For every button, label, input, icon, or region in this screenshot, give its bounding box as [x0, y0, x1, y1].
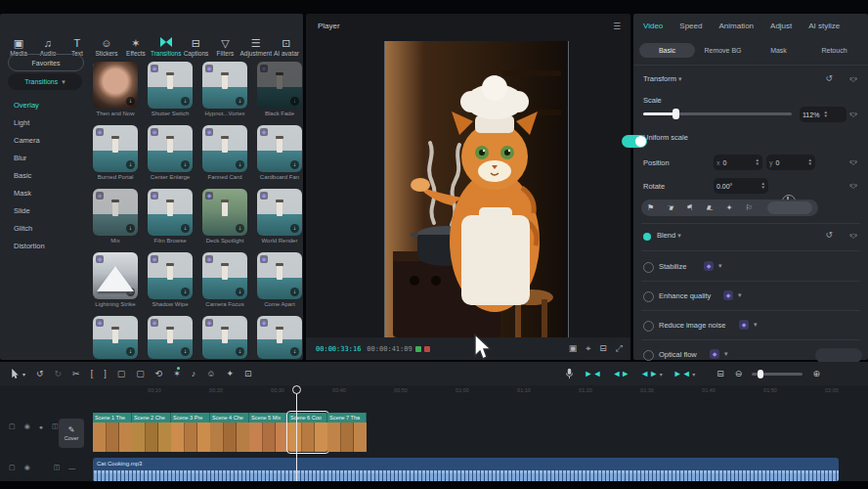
keyframe-icon[interactable]: ‹◇› [849, 182, 856, 190]
transition-item[interactable]: ◆↓Deck Spotlight [202, 189, 247, 244]
reduce-noise-checkbox[interactable] [643, 321, 654, 332]
magic-tool-icon[interactable]: ✶ [173, 369, 181, 378]
mute-audio-icon[interactable]: ♪ [192, 369, 196, 378]
category-mask[interactable]: Mask [14, 186, 82, 200]
chevron-down-icon[interactable]: ▾ [738, 291, 742, 299]
timeline-clip-selected[interactable]: Scene 6 Coo [288, 413, 327, 452]
ratio-icon[interactable]: ▣ [569, 343, 578, 354]
position-x-field[interactable]: x 0 ▲▼ [714, 155, 762, 170]
transitions-group-select[interactable]: Transitions▾ [8, 73, 82, 90]
zoom-in-icon[interactable]: ⊕ [812, 369, 820, 378]
timeline-clip[interactable]: Scene 7 Tha [327, 413, 367, 452]
subtab-mask[interactable]: Mask [751, 43, 806, 58]
category-light[interactable]: Light [14, 115, 82, 129]
keyframe-icon[interactable]: ‹◇› [849, 111, 856, 118]
transition-item[interactable]: ◆↓Shutter Switch [148, 62, 193, 116]
zoom-out-icon[interactable]: ⊖ [735, 369, 743, 378]
playhead-handle[interactable] [292, 385, 301, 394]
transition-item[interactable]: ◆↓Film Browse [148, 189, 193, 244]
trim-left-icon[interactable]: [ [91, 369, 94, 378]
transition-item[interactable]: ◆↓Fanned Card [202, 125, 247, 180]
transition-item[interactable]: ↓Then and Now [93, 62, 138, 116]
tab-animation[interactable]: Animation [718, 22, 754, 30]
select-tool-caret-icon[interactable]: ▾ [22, 371, 25, 378]
dim-action-button[interactable] [815, 348, 862, 363]
toolbar-ai-avatar[interactable]: ⊡AI avatar [272, 37, 301, 57]
rotate-value-field[interactable]: 0.00° ▲▼ [714, 178, 768, 194]
subtab-remove-bg[interactable]: Remove BG [695, 43, 751, 58]
audio-clip[interactable]: Cat Cooking.mp3 [93, 458, 839, 481]
cover-button[interactable]: ✎ Cover [59, 419, 84, 448]
track-collapse-icon[interactable]: — [68, 465, 75, 471]
lock-track-icon[interactable]: ◫ [52, 422, 59, 430]
chevron-down-icon[interactable]: ▾ [718, 262, 722, 270]
mirror-icon[interactable]: ⟲ [155, 369, 163, 378]
lock-track-icon[interactable]: ◫ [54, 464, 61, 471]
keyframe-icon[interactable]: ‹◇› [849, 75, 856, 83]
category-glitch[interactable]: Glitch [14, 221, 82, 235]
stabilize-checkbox[interactable] [643, 262, 654, 273]
category-overlay[interactable]: Overlay [14, 98, 82, 111]
keyframe-icon[interactable]: ‹◇› [849, 158, 856, 166]
player-options-icon[interactable]: ☰ [613, 22, 621, 31]
optical-flow-checkbox[interactable] [643, 350, 654, 361]
timeline-zoom-slider[interactable] [752, 373, 803, 376]
transition-item[interactable]: ◆↓Shadow Wipe [148, 252, 193, 307]
toolbar-filters[interactable]: ▽Filters [210, 37, 239, 57]
transition-item[interactable]: ◆↓ [202, 316, 247, 359]
timeline-clip[interactable]: Scene 4 Che [210, 413, 249, 452]
subtab-retouch[interactable]: Retouch [806, 43, 862, 58]
category-distortion[interactable]: Distortion [14, 239, 82, 252]
transform-header[interactable]: Transform ▾ [643, 74, 682, 83]
timeline-clip[interactable]: Scene 5 Mix [249, 413, 288, 452]
transition-item[interactable]: ◆↓Burned Portal [93, 125, 138, 180]
timeline-clip[interactable]: Scene 1 The [93, 413, 132, 452]
proxy-indicator-icon[interactable] [424, 346, 430, 352]
favorites-button[interactable]: Favorites [8, 54, 84, 71]
align-top-icon[interactable]: ⚑ [666, 204, 674, 211]
transition-item[interactable]: ◆↓Camera Focus [202, 252, 247, 307]
transition-item[interactable]: ◆↓World Render [257, 189, 302, 244]
link-clips-icon[interactable]: ◄► [612, 369, 629, 378]
fullscreen-icon[interactable]: ⤢ [616, 343, 623, 354]
align-right-icon[interactable]: ⚑ [686, 203, 693, 212]
category-basic[interactable]: Basic [14, 168, 82, 182]
toolbar-stickers[interactable]: ☺Stickers [92, 37, 121, 57]
transition-item[interactable]: ◆↓ [257, 316, 302, 359]
toolbar-adjustment[interactable]: ☰Adjustment [239, 37, 272, 57]
transition-item[interactable]: ◆↓ [148, 316, 193, 359]
chevron-down-icon[interactable]: ▾ [754, 321, 758, 329]
tab-speed[interactable]: Speed [679, 22, 702, 30]
scale-slider-thumb[interactable] [673, 109, 679, 119]
stepper-icons[interactable]: ▲▼ [823, 111, 827, 118]
preview-axis-icon[interactable]: ◄► ▾ [640, 369, 663, 378]
tab-adjust[interactable]: Adjust [770, 22, 792, 30]
subtab-basic[interactable]: Basic [639, 43, 695, 58]
split-icon[interactable]: ✂ [72, 369, 80, 378]
record-voiceover-icon[interactable] [565, 368, 574, 379]
transition-item[interactable]: ◆↓Mix [93, 189, 138, 244]
timeline-clip[interactable]: Scene 2 Che [132, 413, 171, 452]
mute-track-icon[interactable]: ◉ [24, 464, 30, 471]
transition-item[interactable]: ◆↓Cardboard Fan [257, 125, 302, 180]
timeline-zoom-thumb[interactable] [758, 370, 763, 378]
transition-item[interactable]: ◆↓Hypnot...Vortex [202, 62, 247, 116]
transition-item[interactable]: ◆↓Black Fade [257, 62, 302, 116]
transition-item[interactable]: ◆↓Center Enlarge [148, 125, 193, 180]
track-options-icon[interactable]: ▢ [9, 422, 16, 430]
stepper-icons[interactable]: ▲▼ [756, 158, 760, 166]
toolbar-transitions[interactable]: Transitions [151, 37, 182, 57]
align-center-horizontal-icon[interactable]: ✦ [726, 203, 733, 212]
toolbar-captions[interactable]: ⊟Captions [181, 37, 210, 57]
category-blur[interactable]: Blur [14, 151, 82, 164]
chevron-down-icon[interactable]: ▾ [724, 350, 728, 358]
tab-ai-stylize[interactable]: AI stylize [808, 22, 840, 30]
align-bottom-icon[interactable]: ⚑ [706, 204, 715, 211]
position-y-field[interactable]: y 0 ▲▼ [766, 155, 815, 170]
undo-icon[interactable]: ↺ [36, 369, 44, 378]
scale-slider[interactable] [643, 112, 792, 115]
alignment-extra-segment[interactable] [767, 201, 812, 214]
adapt-display-icon[interactable]: ⊟ [716, 369, 724, 378]
reset-transform-icon[interactable]: ↺ [825, 73, 833, 83]
select-tool-icon[interactable] [10, 369, 20, 379]
